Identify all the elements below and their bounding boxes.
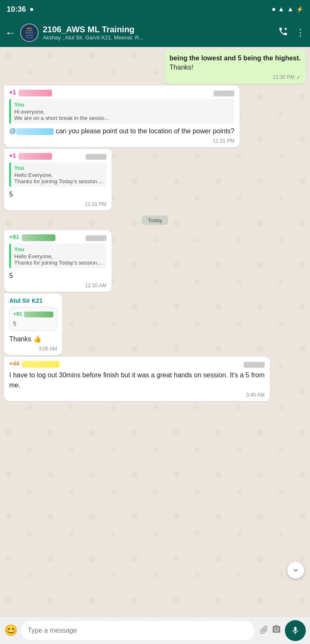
sender-name-6: +44 xyxy=(9,360,19,367)
signal-dot xyxy=(272,8,275,11)
received-message-5: Atul Sir K21 +91 5 Thanks 👍 3:05 AM xyxy=(4,293,62,355)
input-bar: 😊 xyxy=(0,616,310,644)
mention: @ xyxy=(9,127,16,135)
emoji-button[interactable]: 😊 xyxy=(4,624,18,637)
message-footer: 11:30 PM ✓ xyxy=(169,74,301,80)
quoted-text-4a: Hello Everyone, xyxy=(14,253,103,260)
message-input[interactable] xyxy=(21,621,255,640)
message-body-6: I have to log out 30mins before finish b… xyxy=(9,370,265,390)
blurred-time-3 xyxy=(86,154,107,160)
message-footer-2: 11:31 PM xyxy=(9,138,234,144)
blurred-sender-1 xyxy=(18,90,52,96)
message-footer-3: 11:31 PM xyxy=(9,201,107,207)
group-info: 2106_AWS ML Training Akshay , Atul Sir, … xyxy=(43,25,274,41)
status-bar: 10:36 ▲ ▲ ⚡ xyxy=(0,0,310,18)
attach-button[interactable] xyxy=(255,622,271,638)
quoted-sender: You xyxy=(14,101,231,108)
message-time-4: 12:10 AM xyxy=(85,283,107,288)
message-body: @ can you please point out to the locati… xyxy=(9,126,234,136)
message-footer-5: 3:05 AM xyxy=(9,346,57,352)
signal-icon: ▲ xyxy=(278,5,284,13)
time-text: 10:36 xyxy=(7,5,26,14)
read-receipt: ✓ xyxy=(296,74,301,80)
message-body-5: Thanks 👍 xyxy=(9,334,57,344)
notification-dot xyxy=(30,8,33,11)
mic-button[interactable] xyxy=(285,620,306,641)
received-message-6: +44 I have to log out 30mins before fini… xyxy=(4,357,270,401)
nested-quote-block: +91 5 xyxy=(9,307,57,331)
quoted-text-3a: Hello Everyone, xyxy=(14,172,103,178)
quoted-text-line1: Hi everyone, xyxy=(14,109,231,115)
message-body-3: 5 xyxy=(9,190,107,200)
signal-icon-2: ▲ xyxy=(287,5,294,13)
quoted-sender-4: You xyxy=(14,246,103,252)
message-footer-6: 3:45 AM xyxy=(9,392,265,398)
blurred-sender-4 xyxy=(22,234,55,241)
group-avatar: aws certifiedMachineLearning Specialty xyxy=(20,23,39,42)
quoted-block-4: You Hello Everyone, Thanks for joining T… xyxy=(9,244,107,268)
message-body-4: 5 xyxy=(9,271,107,281)
status-icons: ▲ ▲ ⚡ xyxy=(272,5,303,13)
message-text-2: Thanks! xyxy=(169,63,301,72)
message-footer-4: 12:10 AM xyxy=(9,283,107,288)
quoted-text-line2: We are on a short break in the sessio... xyxy=(14,115,231,121)
chat-header: ← aws certifiedMachineLearning Specialty… xyxy=(0,18,310,47)
quoted-text-4b: Thanks for joining Today's session.... xyxy=(14,260,103,266)
group-name: 2106_AWS ML Training xyxy=(43,25,274,34)
nested-blurred xyxy=(24,312,53,317)
group-members: Akshay , Atul Sir, Garvit K21, Meenal, R… xyxy=(43,34,274,41)
message-time-6: 3:45 AM xyxy=(246,392,265,398)
message-time-3: 11:31 PM xyxy=(85,201,106,207)
header-actions: ⋮ xyxy=(278,26,305,39)
nested-quote-num: 5 xyxy=(13,320,53,327)
quoted-block-1: You Hi everyone, We are on a short break… xyxy=(9,99,234,124)
battery-icon: ⚡ xyxy=(296,6,303,13)
status-time: 10:36 xyxy=(7,5,33,14)
chat-container: being the lowest and 5 being the highest… xyxy=(0,47,310,616)
quoted-sender-3: You xyxy=(14,165,103,171)
message-time-5: 3:05 AM xyxy=(39,346,57,352)
more-options-icon[interactable]: ⋮ xyxy=(296,27,305,38)
sender-name-3: +1 xyxy=(9,152,16,159)
nested-quote-sender: +91 xyxy=(13,311,22,317)
received-message-2: +1 You Hi everyone, We are on a short br… xyxy=(4,86,240,147)
quoted-block-3: You Hello Everyone, Thanks for joining T… xyxy=(9,162,107,187)
blurred-sender-3 xyxy=(18,153,52,160)
message-time-2: 11:31 PM xyxy=(213,138,234,144)
sender-name-5: Atul Sir K21 xyxy=(9,297,42,304)
chat-body: being the lowest and 5 being the highest… xyxy=(0,47,310,616)
blurred-mention xyxy=(16,128,54,135)
received-message-4: +91 You Hello Everyone, Thanks for joini… xyxy=(4,230,112,292)
blurred-time-6 xyxy=(244,362,265,368)
sender-name: +1 xyxy=(9,89,16,96)
sent-message-1: being the lowest and 5 being the highest… xyxy=(164,50,306,84)
message-text: being the lowest and 5 being the highest… xyxy=(169,54,301,63)
message-time: 11:30 PM xyxy=(273,74,294,80)
blurred-time-4 xyxy=(86,235,107,241)
camera-button[interactable] xyxy=(271,624,281,637)
received-message-3: +1 You Hello Everyone, Thanks for joinin… xyxy=(4,149,112,210)
blurred-sender-6 xyxy=(22,361,60,368)
call-icon[interactable] xyxy=(278,26,288,39)
quoted-text-3b: Thanks for joining Today's session.... xyxy=(14,178,103,184)
scroll-down-button[interactable] xyxy=(287,562,304,579)
date-separator: Today xyxy=(142,216,168,225)
sender-name-4: +91 xyxy=(9,234,19,240)
blurred-time-1 xyxy=(214,91,234,96)
back-button[interactable]: ← xyxy=(5,26,16,39)
